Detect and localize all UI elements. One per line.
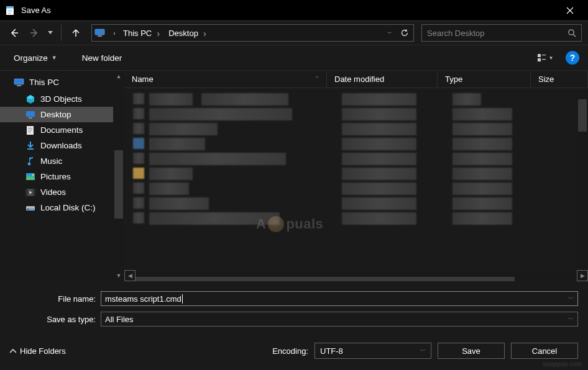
music-icon xyxy=(25,156,36,167)
list-item[interactable]: 1 xyxy=(133,93,579,107)
forward-button[interactable] xyxy=(26,25,42,41)
search-placeholder: Search Desktop xyxy=(427,29,567,38)
pictures-icon xyxy=(25,171,36,183)
svg-rect-11 xyxy=(542,59,546,60)
chevron-down-icon[interactable]: ﹀ xyxy=(568,315,574,323)
svg-rect-8 xyxy=(538,54,541,57)
encoding-select[interactable]: UTF-8 ﹀ xyxy=(315,343,431,359)
file-list-pane: Name ˄ Date modified Type Size xyxy=(124,71,588,281)
svg-rect-9 xyxy=(538,58,541,61)
nav-scrollbar-thumb[interactable] xyxy=(114,150,123,219)
tree-videos[interactable]: Videos xyxy=(0,184,124,200)
up-button[interactable] xyxy=(68,25,84,41)
svg-rect-19 xyxy=(28,132,31,132)
close-button[interactable] xyxy=(556,0,584,20)
file-list[interactable]: 1 xyxy=(124,88,588,281)
back-button[interactable] xyxy=(6,25,22,41)
save-as-dialog: Save As › This PC Desktop ﹀ xyxy=(0,0,588,370)
chevron-down-icon: ▼ xyxy=(549,55,554,61)
svg-rect-12 xyxy=(14,79,24,84)
tree-documents[interactable]: Documents xyxy=(0,122,124,138)
sort-indicator-icon: ˄ xyxy=(316,76,319,82)
toolbar: Organize ▼ New folder ▼ ? xyxy=(0,45,588,70)
svg-rect-5 xyxy=(95,29,104,35)
column-headers: Name ˄ Date modified Type Size xyxy=(124,71,588,88)
tree-this-pc[interactable]: This PC xyxy=(0,74,124,90)
svg-rect-2 xyxy=(8,10,12,11)
scrollbar-thumb[interactable] xyxy=(136,277,515,281)
svg-rect-13 xyxy=(17,85,21,86)
svg-rect-10 xyxy=(542,55,546,55)
save-button[interactable]: Save xyxy=(438,343,505,359)
encoding-label: Encoding: xyxy=(272,346,308,356)
breadcrumb-dropdown-icon[interactable]: ﹀ xyxy=(384,30,396,37)
tree-desktop[interactable]: Desktop xyxy=(0,107,124,122)
column-type[interactable]: Type xyxy=(438,71,531,88)
list-item[interactable] xyxy=(133,183,579,196)
scroll-up-icon[interactable]: ▲ xyxy=(113,71,124,82)
new-folder-button[interactable]: New folder xyxy=(77,50,127,66)
list-scrollbar-vertical[interactable] xyxy=(577,88,588,270)
save-form: File name: msteams script1.cmd ﹀ Save as… xyxy=(0,281,588,330)
breadcrumb-desktop[interactable]: Desktop xyxy=(166,25,213,41)
svg-point-23 xyxy=(32,174,34,176)
list-item[interactable] xyxy=(133,108,579,122)
disk-icon xyxy=(25,202,36,214)
svg-rect-15 xyxy=(29,117,32,119)
filename-label: File name: xyxy=(10,294,96,304)
scrollbar-thumb[interactable] xyxy=(578,99,587,132)
cancel-button[interactable]: Cancel xyxy=(511,343,578,359)
saveastype-select[interactable]: All Files ﹀ xyxy=(101,312,578,327)
help-button[interactable]: ? xyxy=(566,51,579,65)
list-item[interactable] xyxy=(133,153,579,166)
tree-downloads[interactable]: Downloads xyxy=(0,138,124,153)
organize-button[interactable]: Organize ▼ xyxy=(9,50,62,66)
search-icon xyxy=(567,29,576,37)
window-title: Save As xyxy=(21,6,556,15)
dialog-footer: Hide Folders Encoding: UTF-8 ﹀ Save Canc… xyxy=(0,330,588,370)
tree-3d-objects[interactable]: 3D Objects xyxy=(0,91,124,107)
view-options-button[interactable]: ▼ xyxy=(533,50,557,66)
svg-point-7 xyxy=(569,30,574,35)
svg-rect-3 xyxy=(8,11,12,12)
chevron-down-icon: ▼ xyxy=(52,55,57,61)
chevron-up-icon xyxy=(10,349,16,353)
svg-rect-25 xyxy=(26,189,28,196)
list-item[interactable] xyxy=(133,123,579,137)
navigation-pane: This PC 3D Objects Desktop Documents Dow… xyxy=(0,71,124,281)
site-watermark: wsxppals.com xyxy=(543,361,582,368)
svg-rect-14 xyxy=(26,111,35,117)
hide-folders-button[interactable]: Hide Folders xyxy=(10,346,66,356)
column-date[interactable]: Date modified xyxy=(327,71,438,88)
scroll-left-icon[interactable]: ◀ xyxy=(124,270,136,281)
nav-separator xyxy=(61,25,62,41)
list-item[interactable] xyxy=(133,168,579,181)
list-item[interactable] xyxy=(133,197,579,211)
tree-music[interactable]: Music xyxy=(0,153,124,169)
scroll-down-icon[interactable]: ▼ xyxy=(113,270,124,281)
cube-icon xyxy=(25,94,36,105)
scroll-right-icon[interactable]: ▶ xyxy=(577,270,588,281)
svg-rect-29 xyxy=(27,209,29,210)
list-item[interactable] xyxy=(133,138,579,151)
list-item[interactable] xyxy=(133,212,579,226)
svg-rect-27 xyxy=(26,206,35,210)
tree-pictures[interactable]: Pictures xyxy=(0,169,124,184)
list-scrollbar-horizontal[interactable]: ◀ ▶ xyxy=(124,270,588,281)
tree-local-disk-c[interactable]: Local Disk (C:) xyxy=(0,200,124,215)
column-size[interactable]: Size xyxy=(531,71,588,88)
nav-scrollbar[interactable]: ▲ ▼ xyxy=(113,71,124,281)
filename-input[interactable]: msteams script1.cmd ﹀ xyxy=(101,291,578,306)
svg-rect-1 xyxy=(6,6,14,9)
breadcrumb-root-chevron-icon[interactable]: › xyxy=(108,30,121,37)
recent-locations-button[interactable] xyxy=(46,25,55,41)
titlebar: Save As xyxy=(0,0,588,20)
chevron-down-icon[interactable]: ﹀ xyxy=(568,295,574,303)
documents-icon xyxy=(25,125,36,136)
svg-rect-20 xyxy=(27,148,34,150)
breadcrumb[interactable]: › This PC Desktop ﹀ xyxy=(91,24,414,42)
breadcrumb-this-pc[interactable]: This PC xyxy=(121,25,166,41)
refresh-icon[interactable] xyxy=(396,29,413,37)
column-name[interactable]: Name ˄ xyxy=(124,71,327,88)
search-input[interactable]: Search Desktop xyxy=(421,24,582,42)
